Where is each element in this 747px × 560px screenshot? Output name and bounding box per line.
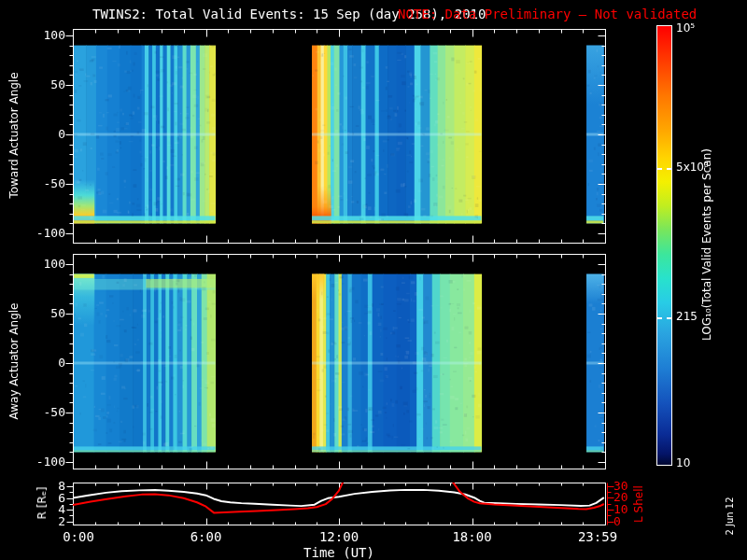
l-shell-axis-label: L Shell bbox=[631, 485, 646, 523]
preliminary-note: NOTE: Data Preliminary – Not validated bbox=[398, 7, 697, 21]
colorbar bbox=[656, 25, 672, 466]
angle-tick-label: 0 bbox=[24, 127, 65, 142]
away-panel-ylabel: Away Actuator Angle bbox=[7, 302, 21, 419]
colorbar-tick-mark bbox=[667, 317, 671, 319]
time-tick-label: 12:00 bbox=[319, 529, 359, 544]
angle-tick-label: -50 bbox=[24, 405, 65, 420]
colorbar-tick-label: 10⁵ bbox=[676, 21, 695, 35]
angle-tick-label: -50 bbox=[24, 176, 65, 191]
time-tick-label: 0:00 bbox=[63, 529, 94, 544]
angle-tick-label: 0 bbox=[24, 356, 65, 371]
time-tick-label: 6:00 bbox=[190, 529, 222, 544]
colorbar-tick-mark bbox=[657, 168, 662, 170]
plot-page: TWINS2: Total Valid Events: 15 Sep (day … bbox=[0, 0, 747, 560]
colorbar-label: LOG₁₀(Total Valid Events per Scan) bbox=[699, 148, 714, 341]
colorbar-tick-label: 215 bbox=[676, 309, 698, 324]
colorbar-tick-label: 5x10³ bbox=[676, 160, 709, 175]
colorbar-tick-label: 10 bbox=[676, 455, 690, 470]
r-tick-label: 8 bbox=[24, 479, 65, 494]
time-tick-label: 18:00 bbox=[452, 529, 491, 544]
angle-tick-label: -100 bbox=[24, 226, 65, 241]
time-axis-label: Time (UT) bbox=[303, 545, 374, 560]
l-shell-tick-label: 30 bbox=[613, 479, 628, 494]
angle-tick-label: 50 bbox=[24, 306, 65, 321]
angle-tick-label: 100 bbox=[24, 28, 65, 43]
angle-tick-label: -100 bbox=[24, 455, 65, 469]
colorbar-tick-mark bbox=[667, 168, 671, 170]
spectrogram-canvas bbox=[0, 0, 747, 560]
colorbar-tick-mark bbox=[657, 317, 662, 319]
date-stamp: 2 Jun 12 bbox=[723, 497, 738, 535]
time-tick-label: 23:59 bbox=[578, 529, 617, 544]
toward-panel-ylabel: Toward Actuator Angle bbox=[7, 72, 21, 198]
angle-tick-label: 50 bbox=[24, 77, 65, 92]
angle-tick-label: 100 bbox=[24, 257, 65, 272]
